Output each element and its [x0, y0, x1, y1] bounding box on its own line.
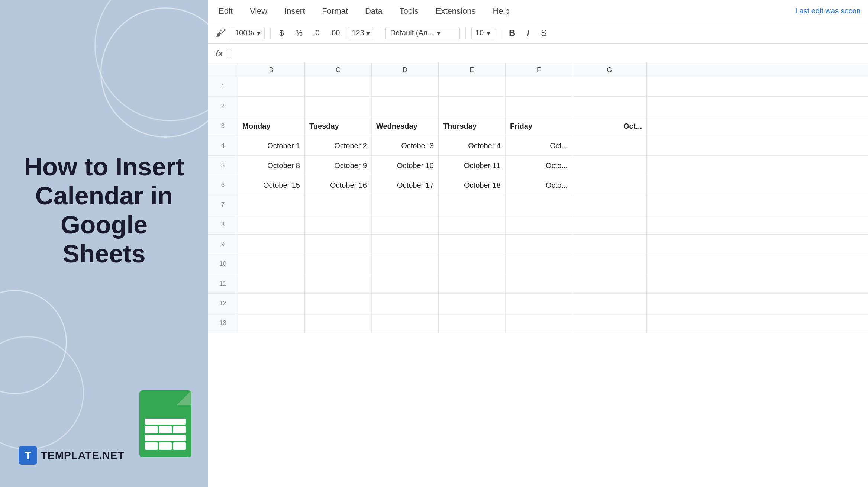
cell-g7[interactable]	[572, 195, 647, 215]
col-header-c[interactable]: C	[305, 63, 372, 77]
cell-g10[interactable]	[572, 254, 647, 274]
cell-g9[interactable]	[572, 235, 647, 254]
cell-b13[interactable]	[238, 313, 305, 333]
cell-d7[interactable]	[372, 195, 439, 215]
cell-b10[interactable]	[238, 254, 305, 274]
cell-f9[interactable]	[506, 235, 572, 254]
cell-b8[interactable]	[238, 215, 305, 234]
cell-e12[interactable]	[439, 294, 506, 313]
menu-insert[interactable]: Insert	[281, 4, 308, 18]
cell-oct18[interactable]: October 18	[439, 175, 506, 195]
col-header-g[interactable]: G	[572, 63, 647, 77]
cell-d13[interactable]	[372, 313, 439, 333]
cell-d8[interactable]	[372, 215, 439, 234]
italic-button[interactable]: I	[524, 26, 532, 40]
cell-d9[interactable]	[372, 235, 439, 254]
decimal-increase-button[interactable]: .00	[327, 27, 342, 39]
cell-thursday-header[interactable]: Thursday	[439, 116, 506, 136]
cell-c1[interactable]	[305, 77, 372, 96]
col-header-f[interactable]: F	[506, 63, 572, 77]
cell-oct3[interactable]: October 3	[372, 136, 439, 155]
menu-tools[interactable]: Tools	[396, 4, 421, 18]
cell-d10[interactable]	[372, 254, 439, 274]
cell-e7[interactable]	[439, 195, 506, 215]
number-format-button[interactable]: 123 ▾	[348, 27, 374, 39]
cell-c2[interactable]	[305, 97, 372, 116]
cell-g11[interactable]	[572, 274, 647, 293]
cell-b7[interactable]	[238, 195, 305, 215]
col-header-b[interactable]: B	[238, 63, 305, 77]
cell-c11[interactable]	[305, 274, 372, 293]
cell-oct10[interactable]: October 10	[372, 156, 439, 175]
cell-f7[interactable]	[506, 195, 572, 215]
currency-button[interactable]: $	[276, 27, 287, 39]
cell-f11[interactable]	[506, 274, 572, 293]
cell-c10[interactable]	[305, 254, 372, 274]
cell-b11[interactable]	[238, 274, 305, 293]
cell-c9[interactable]	[305, 235, 372, 254]
menu-help[interactable]: Help	[490, 4, 512, 18]
col-header-d[interactable]: D	[372, 63, 439, 77]
cell-oct8[interactable]: October 8	[238, 156, 305, 175]
cell-row5-g[interactable]	[572, 156, 647, 175]
percent-button[interactable]: %	[292, 27, 306, 39]
paint-format-button[interactable]: 🖌	[216, 27, 225, 39]
cell-b9[interactable]	[238, 235, 305, 254]
cell-oct9[interactable]: October 9	[305, 156, 372, 175]
cell-oct19-partial[interactable]: Octo...	[506, 175, 572, 195]
col-header-e[interactable]: E	[439, 63, 506, 77]
cell-d1[interactable]	[372, 77, 439, 96]
cell-row4-g[interactable]	[572, 136, 647, 155]
cell-e8[interactable]	[439, 215, 506, 234]
cell-oct15[interactable]: October 15	[238, 175, 305, 195]
cell-e10[interactable]	[439, 254, 506, 274]
menu-extensions[interactable]: Extensions	[433, 4, 479, 18]
cell-f2[interactable]	[506, 97, 572, 116]
cell-friday-header[interactable]: Friday	[506, 116, 572, 136]
cell-e2[interactable]	[439, 97, 506, 116]
decimal-decrease-button[interactable]: .0	[311, 27, 322, 39]
cell-row6-g[interactable]	[572, 175, 647, 195]
cell-g1[interactable]	[572, 77, 647, 96]
cell-g8[interactable]	[572, 215, 647, 234]
cell-d11[interactable]	[372, 274, 439, 293]
cell-oct1[interactable]: October 1	[238, 136, 305, 155]
cell-tuesday-header[interactable]: Tuesday	[305, 116, 372, 136]
font-selector[interactable]: Default (Ari... ▾	[385, 27, 460, 39]
cell-c8[interactable]	[305, 215, 372, 234]
cell-g12[interactable]	[572, 294, 647, 313]
cell-c13[interactable]	[305, 313, 372, 333]
cell-monday-header[interactable]: Monday	[238, 116, 305, 136]
menu-edit[interactable]: Edit	[216, 4, 236, 18]
menu-format[interactable]: Format	[319, 4, 351, 18]
cell-wednesday-header[interactable]: Wednesday	[372, 116, 439, 136]
cell-e9[interactable]	[439, 235, 506, 254]
cell-oct2[interactable]: October 2	[305, 136, 372, 155]
cell-f10[interactable]	[506, 254, 572, 274]
cell-f8[interactable]	[506, 215, 572, 234]
cell-e11[interactable]	[439, 274, 506, 293]
cell-d12[interactable]	[372, 294, 439, 313]
cell-saturday-header-partial[interactable]: Oct...	[572, 116, 647, 136]
cell-e1[interactable]	[439, 77, 506, 96]
cell-oct16[interactable]: October 16	[305, 175, 372, 195]
cell-e13[interactable]	[439, 313, 506, 333]
strikethrough-button[interactable]: S	[538, 26, 550, 40]
cell-oct11[interactable]: October 11	[439, 156, 506, 175]
zoom-selector[interactable]: 100% ▾	[231, 27, 265, 39]
bold-button[interactable]: B	[506, 26, 518, 40]
cell-c7[interactable]	[305, 195, 372, 215]
cell-g2[interactable]	[572, 97, 647, 116]
cell-oct4[interactable]: October 4	[439, 136, 506, 155]
menu-data[interactable]: Data	[362, 4, 385, 18]
cell-b1[interactable]	[238, 77, 305, 96]
cell-b12[interactable]	[238, 294, 305, 313]
cell-f12[interactable]	[506, 294, 572, 313]
cell-b2[interactable]	[238, 97, 305, 116]
cell-f13[interactable]	[506, 313, 572, 333]
cell-oct5-partial[interactable]: Oct...	[506, 136, 572, 155]
cell-oct12-partial[interactable]: Octo...	[506, 156, 572, 175]
cell-d2[interactable]	[372, 97, 439, 116]
cell-g13[interactable]	[572, 313, 647, 333]
font-size-selector[interactable]: 10 ▾	[471, 27, 494, 39]
